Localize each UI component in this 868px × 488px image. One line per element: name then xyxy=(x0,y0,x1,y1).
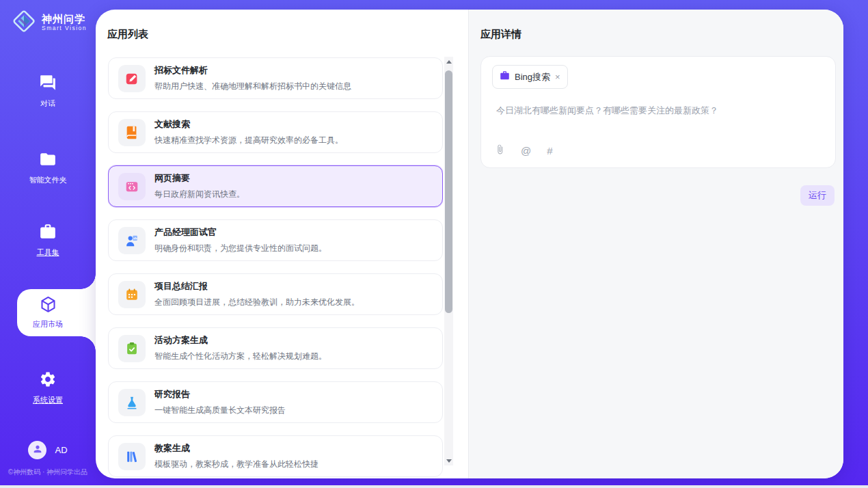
clipboard-check-icon xyxy=(118,335,146,362)
cube-icon xyxy=(39,304,57,316)
app-card[interactable]: 文献搜索 快速精准查找学术资源，提高研究效率的必备工具。 xyxy=(108,111,443,153)
query-input[interactable]: 今日湖北有哪些新闻要点？有哪些需要关注的最新政策？ xyxy=(496,105,822,117)
scroll-up-icon[interactable] xyxy=(444,57,453,66)
app-card-desc: 模板驱动，教案秒成，教学准备从此轻松快捷 xyxy=(154,459,318,470)
sidebar-item-toolset[interactable]: 工具集 xyxy=(0,223,96,258)
person-icon xyxy=(32,444,43,457)
sidebar-item-label: 应用市场 xyxy=(0,319,96,329)
diamond-logo-icon xyxy=(11,8,37,37)
app-card-title: 招标文件解析 xyxy=(154,64,351,77)
hashtag-icon[interactable]: # xyxy=(547,145,552,157)
sidebar-item-label: 系统设置 xyxy=(0,395,96,405)
gear-icon xyxy=(39,379,57,390)
app-card[interactable]: 研究报告 一键智能生成高质量长文本研究报告 xyxy=(108,381,443,423)
sidebar-item-label: 对话 xyxy=(0,98,96,109)
brand-name: 神州问学 xyxy=(42,14,87,25)
briefcase-icon xyxy=(500,70,510,83)
main-content: 应用列表 招标文件解析 帮助用户快速、准确地理解和解析招标书中的关键信息 xyxy=(96,10,843,478)
app-card[interactable]: 教案生成 模板驱动，教案秒成，教学准备从此轻松快捷 xyxy=(108,435,443,477)
editor-toolbar: @ # xyxy=(495,144,553,158)
books-icon xyxy=(118,443,146,470)
interviewer-icon xyxy=(118,227,146,254)
app-card-desc: 智能生成个性化活动方案，轻松解决规划难题。 xyxy=(154,351,327,362)
run-button[interactable]: 运行 xyxy=(800,185,835,206)
app-detail-title: 应用详情 xyxy=(480,28,521,41)
sidebar-item-settings[interactable]: 系统设置 xyxy=(0,370,96,405)
sidebar-item-app-market[interactable]: 应用市场 xyxy=(0,295,96,329)
tool-tag-bing-search[interactable]: Bing搜索 × xyxy=(492,65,568,89)
app-card[interactable]: 招标文件解析 帮助用户快速、准确地理解和解析招标书中的关键信息 xyxy=(108,57,443,99)
app-card-title: 网页摘要 xyxy=(154,172,245,185)
user-name: AD xyxy=(55,445,67,455)
app-card-desc: 帮助用户快速、准确地理解和解析招标书中的关键信息 xyxy=(154,81,351,92)
app-card-selected[interactable]: 网页摘要 每日政府新闻资讯快查。 xyxy=(108,165,443,207)
app-card-title: 项目总结汇报 xyxy=(154,280,360,293)
brand-logo: 神州问学 Smart Vision xyxy=(11,8,87,37)
paperclip-icon[interactable] xyxy=(495,144,505,158)
tool-tag-label: Bing搜索 xyxy=(515,71,550,83)
edit-square-icon xyxy=(118,65,146,92)
app-card[interactable]: 活动方案生成 智能生成个性化活动方案，轻松解决规划难题。 xyxy=(108,327,443,369)
toolbox-icon xyxy=(39,231,57,243)
sidebar-item-chat[interactable]: 对话 xyxy=(0,74,96,109)
app-card-desc: 每日政府新闻资讯快查。 xyxy=(154,189,245,200)
app-detail-panel: 应用详情 Bing搜索 × 今日湖北有哪些新闻要点？有哪些需要关注的最新政策？ xyxy=(468,10,843,478)
book-icon xyxy=(118,119,146,146)
sidebar-item-label: 工具集 xyxy=(0,247,96,258)
scrollbar-thumb[interactable] xyxy=(445,70,452,313)
chat-icon xyxy=(39,82,57,94)
folder-icon xyxy=(39,159,57,170)
app-card-title: 教案生成 xyxy=(154,442,318,455)
app-frame: 神州问学 Smart Vision 对话 智能文件夹 xyxy=(0,0,868,485)
brand-subtitle: Smart Vision xyxy=(42,25,87,31)
sidebar: 神州问学 Smart Vision 对话 智能文件夹 xyxy=(0,0,96,485)
app-list-panel: 应用列表 招标文件解析 帮助用户快速、准确地理解和解析招标书中的关键信息 xyxy=(96,10,468,478)
scroll-down-icon[interactable] xyxy=(444,456,453,465)
app-card-desc: 快速精准查找学术资源，提高研究效率的必备工具。 xyxy=(154,135,343,146)
user-account[interactable]: AD xyxy=(0,441,96,459)
app-card[interactable]: 产品经理面试官 明确身份和职责，为您提供专业性的面试问题。 xyxy=(108,219,443,261)
sidebar-item-smart-folder[interactable]: 智能文件夹 xyxy=(0,150,96,185)
query-editor-card: Bing搜索 × 今日湖北有哪些新闻要点？有哪些需要关注的最新政策？ @ # xyxy=(480,56,836,168)
close-icon[interactable]: × xyxy=(555,72,560,81)
app-card-title: 研究报告 xyxy=(154,388,286,401)
app-card[interactable]: 项目总结汇报 全面回顾项目进展，总结经验教训，助力未来优化发展。 xyxy=(108,273,443,315)
app-card-title: 产品经理面试官 xyxy=(154,226,327,239)
list-scrollbar[interactable] xyxy=(444,57,453,465)
mention-icon[interactable]: @ xyxy=(521,145,531,157)
research-flask-icon xyxy=(118,389,146,416)
app-list-title: 应用列表 xyxy=(107,28,148,41)
app-card-desc: 一键智能生成高质量长文本研究报告 xyxy=(154,405,286,416)
copyright-text: ©神州数码 · 神州问学出品 xyxy=(0,467,96,477)
app-card-desc: 全面回顾项目进展，总结经验教训，助力未来优化发展。 xyxy=(154,297,360,308)
avatar xyxy=(28,441,46,459)
app-card-title: 文献搜索 xyxy=(154,118,343,131)
web-page-icon xyxy=(118,173,146,200)
app-card-list: 招标文件解析 帮助用户快速、准确地理解和解析招标书中的关键信息 文献搜索 xyxy=(108,57,443,478)
sidebar-item-label: 智能文件夹 xyxy=(0,175,96,185)
app-card-desc: 明确身份和职责，为您提供专业性的面试问题。 xyxy=(154,243,327,254)
app-card-title: 活动方案生成 xyxy=(154,334,327,347)
calendar-icon xyxy=(118,281,146,308)
